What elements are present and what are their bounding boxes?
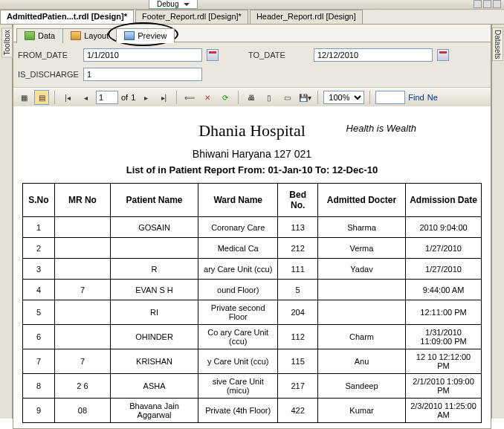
cell-ward: ound Floor) xyxy=(198,280,278,300)
subtab-layout[interactable]: Layout xyxy=(62,28,117,43)
cell-mrno: 2 6 xyxy=(54,374,110,399)
cell-date: 12:11:00 PM xyxy=(406,300,482,325)
preview-icon xyxy=(124,31,135,40)
cell-mrno: 7 xyxy=(54,280,110,300)
cell-bed: 217 xyxy=(278,374,318,399)
back-btn[interactable]: ⟸ xyxy=(182,90,197,105)
cell-sno: 7 xyxy=(23,349,55,374)
design-view-btn[interactable]: ▦ xyxy=(16,90,31,105)
report-slogan: Health is Wealth xyxy=(346,123,416,134)
cell-date: 1/27/2010 xyxy=(406,238,482,259)
subtab-data[interactable]: Data xyxy=(16,28,63,43)
find-next-link[interactable]: Ne xyxy=(427,93,438,102)
cell-pname: R xyxy=(111,259,198,280)
cell-bed: 111 xyxy=(278,259,318,280)
prev-page-btn[interactable]: ◂ xyxy=(78,90,93,105)
doctab-0[interactable]: AdmittedPatien...t.rdl [Design]* xyxy=(0,10,134,24)
table-row: 1GOSAINCoronary Care113Sharma2010 9:04:0… xyxy=(23,217,482,238)
doctab-2[interactable]: Header_Report.rdl [Design] xyxy=(250,10,363,24)
doctab-1[interactable]: Footer_Report.rdl [Design]* xyxy=(135,10,248,24)
cell-doc: Sharma xyxy=(317,217,405,238)
cell-ward: Private (4th Floor) xyxy=(198,399,278,423)
calendar-icon[interactable] xyxy=(207,49,219,61)
param-from-input[interactable] xyxy=(83,48,202,62)
zoom-select[interactable]: 100% xyxy=(323,91,364,104)
param-discharge-input[interactable] xyxy=(83,68,202,81)
param-bar: FROM_DATE TO_DATE IS_DISCHARGE xyxy=(13,42,491,88)
left-dock: Toolbox xyxy=(0,25,13,419)
col-mrno: MR No xyxy=(54,184,110,217)
cell-date: 12 10 12:12:00 PM xyxy=(406,349,482,374)
cell-pname: OHINDER xyxy=(111,325,198,349)
table-row: 77KRISHANy Care Unit (ccu)115Anu12 10 12… xyxy=(23,349,482,374)
print-btn[interactable]: 🖶 xyxy=(244,90,259,105)
cell-date: 1/31/2010 11:09:00 PM xyxy=(406,325,482,349)
subtab-layout-label: Layout xyxy=(84,31,109,40)
cell-sno: 4 xyxy=(23,280,55,300)
cell-ward: y Care Unit (ccu) xyxy=(198,349,278,374)
cell-mrno xyxy=(54,259,110,280)
print-layout-btn[interactable]: ▯ xyxy=(262,90,277,105)
page-setup-btn[interactable]: ▭ xyxy=(280,90,294,105)
col-date: Admission Date xyxy=(406,184,482,217)
page-total: 1 xyxy=(131,93,135,102)
config-label: Debug xyxy=(157,0,178,8)
cell-pname xyxy=(111,238,198,259)
table-row: 47EVAN S Hound Floor)59:44:00 AM xyxy=(23,280,482,300)
cell-mrno xyxy=(54,217,110,238)
find-link[interactable]: Find xyxy=(408,93,424,102)
calendar-icon[interactable] xyxy=(437,49,449,61)
cell-doc: Kumar xyxy=(317,399,405,423)
document-tabs: AdmittedPatien...t.rdl [Design]* Footer_… xyxy=(0,10,504,25)
toolbar-btn-1[interactable] xyxy=(474,0,482,8)
find-input[interactable] xyxy=(375,91,405,104)
menubar-strip: Debug xyxy=(0,0,504,10)
report-designer: Data Layout Preview FROM_DATE TO_DATE IS… xyxy=(13,25,491,429)
subtab-preview[interactable]: Preview xyxy=(116,28,175,43)
cell-pname: RI xyxy=(111,300,198,325)
datasets-tab[interactable]: Datasets xyxy=(492,28,503,61)
cell-doc xyxy=(317,300,405,325)
col-sno: S.No xyxy=(23,184,55,217)
cell-sno: 9 xyxy=(23,399,55,423)
cell-pname: EVAN S H xyxy=(111,280,198,300)
page-of-label: of xyxy=(121,93,128,102)
report-table: S.No MR No Patient Name Ward Name Bed No… xyxy=(22,183,482,423)
last-page-btn[interactable]: ▸| xyxy=(156,90,171,105)
cell-sno: 5 xyxy=(23,300,55,325)
param-to-input[interactable] xyxy=(314,48,433,62)
table-row: 5RIPrivate second Floor20412:11:00 PM xyxy=(23,300,482,325)
toolbar-btn-2[interactable] xyxy=(483,0,491,8)
cell-ward: Private second Floor xyxy=(198,300,278,325)
toolbar-btn-3[interactable] xyxy=(493,0,501,8)
cell-date: 9:44:00 AM xyxy=(406,280,482,300)
toolbox-tab[interactable]: Toolbox xyxy=(1,28,13,57)
export-btn[interactable]: 💾▾ xyxy=(297,90,312,105)
stop-btn[interactable]: ✕ xyxy=(200,90,215,105)
refresh-btn[interactable]: ⟳ xyxy=(218,90,233,105)
cell-doc: Sandeep xyxy=(317,374,405,399)
param-to-label: TO_DATE xyxy=(248,51,314,59)
cell-pname: Bhavana Jain Aggarwal xyxy=(111,399,198,423)
page-number-input[interactable] xyxy=(96,91,118,104)
next-page-btn[interactable]: ▸ xyxy=(138,90,153,105)
cell-date: 2/3/2010 11:25:00 AM xyxy=(406,399,482,423)
cell-pname: GOSAIN xyxy=(111,217,198,238)
cell-ward: ary Care Unit (ccu) xyxy=(198,259,278,280)
first-page-btn[interactable]: |◂ xyxy=(60,90,75,105)
table-row: 6OHINDERCo ary Care Unit (ccu)112Charm1/… xyxy=(23,325,482,349)
cell-pname: ASHA xyxy=(111,374,198,399)
cell-mrno: 7 xyxy=(54,349,110,374)
cell-sno: 6 xyxy=(23,325,55,349)
preview-view-btn[interactable]: ▤ xyxy=(34,90,49,105)
cell-mrno: 08 xyxy=(54,399,110,423)
cell-date: 2/1/2010 1:09:00 PM xyxy=(406,374,482,399)
cell-mrno xyxy=(54,238,110,259)
col-bed: Bed No. xyxy=(278,184,318,217)
param-discharge-label: IS_DISCHARGE xyxy=(18,70,83,79)
report-preview: Dhania Hospital Health is Wealth Bhiwani… xyxy=(13,106,491,428)
cell-sno: 3 xyxy=(23,259,55,280)
cell-bed: 5 xyxy=(278,280,318,300)
config-dropdown[interactable]: Debug xyxy=(149,0,198,9)
cell-mrno xyxy=(54,300,110,325)
